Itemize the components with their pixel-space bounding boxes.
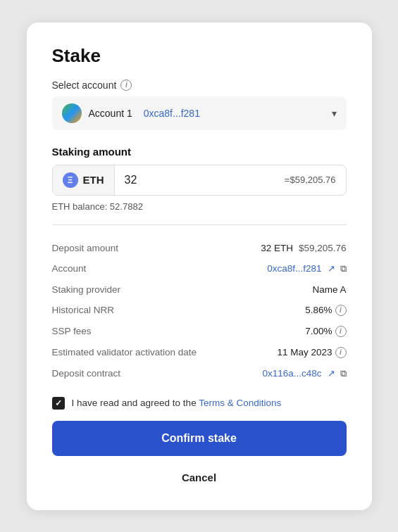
select-account-info-icon[interactable]: i <box>120 80 132 91</box>
stake-modal: Stake Select account i Account 1 0xca8f.… <box>27 23 372 510</box>
account-avatar <box>62 103 82 123</box>
ssp-fees-info-icon[interactable]: i <box>335 326 347 337</box>
deposit-amount-row: Deposit amount 32 ETH $59,205.76 <box>52 238 347 258</box>
eth-icon: Ξ <box>63 172 78 188</box>
chevron-down-icon: ▾ <box>332 108 337 119</box>
eth-symbol: ETH <box>83 174 104 186</box>
deposit-amount-value: 32 ETH $59,205.76 <box>213 238 346 258</box>
page-title: Stake <box>52 45 347 67</box>
account-detail-value: 0xca8f...f281 ↗ ⧉ <box>213 258 346 279</box>
details-table: Deposit amount 32 ETH $59,205.76 Account… <box>52 238 347 384</box>
ssp-fees-value: 7.00% i <box>213 321 346 342</box>
account-address: 0xca8f...f281 <box>144 108 200 119</box>
deposit-external-link-icon[interactable]: ↗ <box>328 368 335 379</box>
deposit-amount-label: Deposit amount <box>52 238 214 258</box>
confirm-stake-button[interactable]: Confirm stake <box>52 421 347 456</box>
account-name: Account 1 <box>89 108 132 119</box>
historical-nrr-label: Historical NRR <box>52 300 214 321</box>
account-detail-address: 0xca8f...f281 <box>267 263 321 274</box>
activation-date-label: Estimated validator activation date <box>52 342 214 363</box>
deposit-usd: $59,205.76 <box>299 243 347 253</box>
select-account-label: Select account i <box>52 80 347 91</box>
ssp-fees-label: SSP fees <box>52 321 214 342</box>
terms-row: ✓ I have read and agreed to the Terms & … <box>52 397 347 410</box>
staking-provider-value: Name A <box>213 279 346 300</box>
account-detail-label: Account <box>52 258 214 279</box>
deposit-contract-value: 0x116a...c48c ↗ ⧉ <box>213 363 346 384</box>
deposit-copy-icon[interactable]: ⧉ <box>340 368 347 379</box>
eth-badge: Ξ ETH <box>53 165 115 195</box>
staking-amount-label: Staking amount <box>52 146 347 158</box>
deposit-eth: 32 ETH <box>261 243 293 253</box>
account-selector[interactable]: Account 1 0xca8f...f281 ▾ <box>52 96 347 130</box>
terms-link[interactable]: Terms & Conditions <box>199 398 281 408</box>
historical-nrr-row: Historical NRR 5.86% i <box>52 300 347 321</box>
staking-provider-row: Staking provider Name A <box>52 279 347 300</box>
staking-provider-label: Staking provider <box>52 279 214 300</box>
amount-input-area: 32 =$59,205.76 <box>115 167 346 194</box>
deposit-contract-address: 0x116a...c48c <box>262 368 321 379</box>
amount-value[interactable]: 32 <box>125 174 137 186</box>
terms-checkbox[interactable]: ✓ <box>52 397 65 410</box>
historical-nrr-info-icon[interactable]: i <box>335 305 347 316</box>
deposit-contract-row: Deposit contract 0x116a...c48c ↗ ⧉ <box>52 363 347 384</box>
activation-date-value: 11 May 2023 i <box>213 342 346 363</box>
checkmark-icon: ✓ <box>55 398 62 408</box>
copy-icon[interactable]: ⧉ <box>340 263 347 274</box>
deposit-contract-label: Deposit contract <box>52 363 214 384</box>
divider <box>52 224 347 225</box>
amount-row: Ξ ETH 32 =$59,205.76 <box>52 165 347 196</box>
activation-date-info-icon[interactable]: i <box>335 347 347 358</box>
ssp-fees-row: SSP fees 7.00% i <box>52 321 347 342</box>
account-left: Account 1 0xca8f...f281 <box>62 103 200 123</box>
terms-text: I have read and agreed to the Terms & Co… <box>72 398 282 408</box>
activation-date-row: Estimated validator activation date 11 M… <box>52 342 347 363</box>
eth-balance: ETH balance: 52.7882 <box>52 201 347 212</box>
account-row: Account 0xca8f...f281 ↗ ⧉ <box>52 258 347 279</box>
historical-nrr-value: 5.86% i <box>213 300 346 321</box>
cancel-button[interactable]: Cancel <box>52 464 347 490</box>
external-link-icon[interactable]: ↗ <box>328 263 335 274</box>
amount-usd: =$59,205.76 <box>285 175 336 185</box>
